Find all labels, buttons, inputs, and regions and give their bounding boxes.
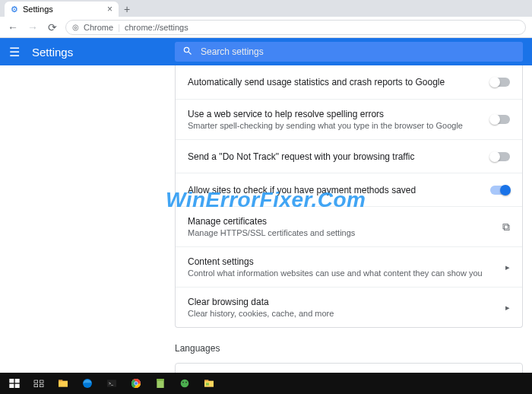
row-text: Clear browsing dataClear history, cookie…	[188, 297, 496, 318]
omnibox-divider: |	[118, 23, 120, 32]
folder-icon[interactable]	[198, 374, 220, 392]
settings-row: Automatically send usage statistics and …	[176, 65, 522, 99]
open-external-icon[interactable]: ⧉	[502, 221, 510, 233]
address-bar: ← → ⟳ ◎ Chrome | chrome://settings	[0, 17, 532, 38]
svg-rect-23	[204, 380, 208, 381]
svg-rect-24	[206, 383, 209, 385]
row-text: Content settingsControl what information…	[188, 256, 496, 278]
row-text: Manage certificatesManage HTTPS/SSL cert…	[188, 216, 493, 237]
svg-rect-3	[15, 384, 20, 388]
omnibox[interactable]: ◎ Chrome | chrome://settings	[65, 20, 526, 35]
reload-button[interactable]: ⟳	[46, 21, 59, 33]
app-icon[interactable]	[173, 374, 196, 392]
language-row[interactable]: LanguageEnglish⌄	[176, 364, 522, 373]
chevron-right-icon: ▸	[505, 262, 510, 272]
chrome-icon[interactable]	[125, 374, 147, 392]
tab-title: Settings	[23, 5, 53, 14]
row-text: Send a "Do Not Track" request with your …	[188, 151, 481, 162]
close-icon[interactable]: ×	[107, 4, 112, 14]
search-input[interactable]	[201, 46, 515, 57]
settings-row[interactable]: Content settingsControl what information…	[176, 246, 522, 287]
svg-rect-4	[34, 380, 38, 383]
row-text: Automatically send usage statistics and …	[188, 77, 481, 87]
row-subtitle: Clear history, cookies, cache, and more	[188, 309, 496, 318]
svg-rect-0	[9, 379, 14, 383]
settings-row: Send a "Do Not Track" request with your …	[176, 139, 522, 173]
tab-strip: ⚙ Settings × +	[0, 0, 532, 17]
start-button[interactable]	[3, 374, 26, 392]
menu-icon[interactable]: ☰	[9, 45, 20, 59]
notepad-icon[interactable]	[149, 374, 172, 392]
row-text: Allow sites to check if you have payment…	[188, 185, 481, 195]
search-box[interactable]	[175, 42, 523, 62]
forward-button[interactable]: →	[26, 21, 40, 33]
row-subtitle: Smarter spell-checking by sending what y…	[188, 121, 481, 130]
taskview-button[interactable]	[27, 374, 50, 392]
svg-rect-18	[157, 379, 163, 381]
svg-rect-7	[40, 384, 43, 386]
svg-rect-5	[40, 380, 43, 383]
svg-rect-8	[59, 381, 68, 387]
row-title: Manage certificates	[188, 216, 493, 227]
row-title: Send a "Do Not Track" request with your …	[188, 151, 481, 162]
row-title: Automatically send usage statistics and …	[188, 77, 481, 87]
browser-tab-settings[interactable]: ⚙ Settings ×	[5, 2, 119, 17]
edge-icon[interactable]	[76, 374, 99, 392]
settings-row: Use a web service to help resolve spelli…	[176, 99, 522, 139]
toggle-switch[interactable]	[490, 152, 510, 161]
search-icon	[182, 46, 193, 59]
svg-point-16	[135, 382, 138, 386]
omnibox-prefix: Chrome	[84, 23, 113, 32]
svg-rect-2	[9, 384, 14, 388]
omnibox-url: chrome://settings	[125, 23, 188, 32]
languages-section-title: Languages	[175, 343, 523, 354]
row-title: Clear browsing data	[188, 297, 496, 307]
back-button[interactable]: ←	[6, 21, 20, 33]
settings-row[interactable]: Manage certificatesManage HTTPS/SSL cert…	[176, 206, 522, 246]
explorer-icon[interactable]	[52, 374, 74, 392]
site-info-icon: ◎	[72, 23, 79, 31]
settings-row: Allow sites to check if you have payment…	[176, 173, 522, 206]
settings-content: Automatically send usage statistics and …	[0, 65, 532, 373]
row-title: Use a web service to help resolve spelli…	[188, 109, 481, 119]
svg-text:>_: >_	[109, 381, 114, 386]
row-title: Content settings	[188, 256, 496, 267]
toggle-switch[interactable]	[490, 186, 510, 195]
row-title: Allow sites to check if you have payment…	[188, 185, 481, 195]
settings-row[interactable]: Clear browsing dataClear history, cookie…	[176, 287, 522, 327]
languages-card: LanguageEnglish⌄Spell checkEnglish (Unit…	[175, 363, 523, 373]
chevron-right-icon: ▸	[505, 303, 510, 312]
toggle-switch[interactable]	[490, 78, 510, 87]
svg-point-21	[185, 382, 187, 383]
gear-icon: ⚙	[11, 5, 18, 14]
settings-header: ☰ Settings	[0, 38, 532, 65]
svg-point-19	[181, 380, 189, 388]
toggle-switch[interactable]	[490, 115, 510, 124]
page-title: Settings	[32, 46, 73, 59]
row-subtitle: Control what information websites can us…	[188, 268, 496, 278]
svg-rect-9	[59, 380, 62, 381]
new-tab-button[interactable]: +	[119, 2, 135, 17]
svg-point-20	[182, 382, 184, 383]
privacy-card: Automatically send usage statistics and …	[175, 65, 523, 328]
svg-rect-6	[34, 384, 38, 386]
row-subtitle: Manage HTTPS/SSL certificates and settin…	[188, 228, 493, 237]
row-text: Use a web service to help resolve spelli…	[188, 109, 481, 130]
terminal-icon[interactable]: >_	[100, 374, 123, 392]
taskbar: >_	[0, 373, 532, 394]
svg-rect-1	[15, 379, 20, 383]
